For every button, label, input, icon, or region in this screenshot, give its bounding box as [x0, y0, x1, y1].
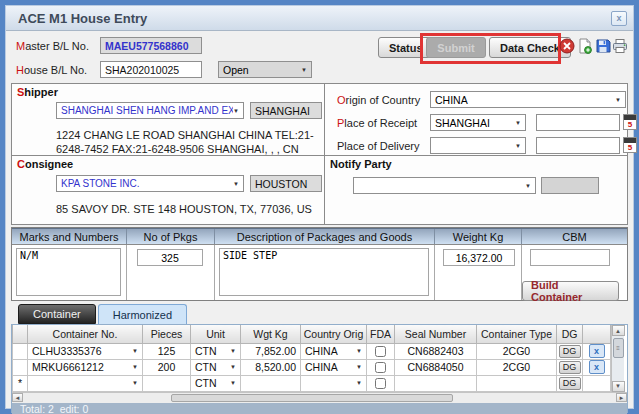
master-bl-input	[100, 37, 202, 54]
tab-harmonized[interactable]: Harmonized	[98, 304, 187, 324]
new-row-marker: *	[13, 375, 28, 391]
chevron-down-icon: ▼	[615, 97, 621, 103]
fda-checkbox[interactable]	[375, 378, 386, 389]
container-no-select[interactable]: ▼	[28, 376, 142, 391]
country-select[interactable]: ▼	[301, 376, 366, 391]
dg-button[interactable]: DG	[559, 377, 581, 390]
marks-textarea[interactable]: N/M	[16, 248, 121, 296]
shipper-label: Shipper	[17, 86, 58, 98]
col-seal-number: Seal Number	[395, 325, 477, 343]
delete-row-icon[interactable]: x	[589, 360, 605, 374]
unit-select[interactable]: CTN▼	[191, 376, 240, 391]
shipper-city-field	[250, 102, 322, 119]
save-icon[interactable]	[595, 38, 611, 54]
dg-button[interactable]: DG	[559, 361, 581, 374]
dg-button[interactable]: DG	[559, 345, 581, 358]
notify-party-section: Notify Party ▼	[325, 156, 627, 224]
unit-select[interactable]: CTN▼	[191, 344, 240, 359]
submit-button[interactable]: Submit	[426, 37, 486, 58]
pieces-cell[interactable]: 200	[143, 359, 191, 375]
notify-party-code-field	[541, 177, 599, 194]
place-of-delivery-select[interactable]: ▼	[430, 137, 526, 154]
container-no-select[interactable]: CLHU3335376▼	[28, 344, 142, 359]
chevron-down-icon: ▼	[515, 143, 521, 149]
table-row: CLHU3335376▼ 125 CTN▼ 7,852.00 CHINA▼ CN…	[13, 343, 611, 359]
weight-input[interactable]	[443, 249, 515, 266]
scroll-down-icon[interactable]: ▼	[612, 381, 625, 392]
scroll-up-icon[interactable]: ▲	[612, 325, 625, 336]
close-icon[interactable]: x	[611, 11, 627, 26]
vertical-scrollbar[interactable]: ▲ ≡ ▼	[611, 325, 624, 392]
horizontal-scrollbar[interactable]: ◄ ►	[12, 392, 627, 403]
chevron-down-icon: ▼	[515, 120, 521, 126]
chevron-down-icon: ▼	[233, 108, 239, 114]
chevron-down-icon: ▼	[356, 348, 362, 354]
dialog-content: Master B/L No. House B/L No. Open ▼ Stat…	[6, 31, 633, 413]
top-form: Master B/L No. House B/L No. Open ▼ Stat…	[6, 31, 633, 83]
ace-m1-house-entry-dialog: ACE M1 House Entry x Master B/L No. Hous…	[5, 5, 634, 409]
place-of-delivery-label: Place of Delivery	[337, 140, 420, 152]
chevron-down-icon: ▼	[132, 364, 138, 370]
wgt-cell[interactable]: 7,852.00	[241, 343, 301, 359]
fda-checkbox[interactable]	[375, 346, 386, 357]
vertical-scroll-thumb[interactable]: ≡	[613, 338, 624, 358]
table-new-row: * ▼ CTN▼ ▼ DG	[13, 375, 611, 391]
delivery-date-input[interactable]	[536, 137, 620, 154]
col-container-no: Container No.	[28, 325, 143, 343]
pkgs-input[interactable]	[137, 249, 203, 266]
shipper-section: Shipper SHANGHAI SHEN HANG IMP.AND EXP.C…	[12, 84, 325, 156]
table-header-row: Container No. Pieces Unit Wgt Kg Country…	[13, 325, 611, 343]
build-container-button[interactable]: Build Container	[522, 281, 619, 301]
place-of-receipt-select[interactable]: SHANGHAI ▼	[430, 114, 526, 131]
horizontal-scroll-thumb[interactable]	[171, 394, 454, 402]
delete-row-icon[interactable]: x	[589, 344, 605, 358]
container-no-select[interactable]: MRKU6661212▼	[28, 360, 142, 375]
origin-of-country-label: Origin of Country	[337, 94, 420, 106]
house-bl-label: House B/L No.	[16, 64, 87, 76]
chevron-down-icon: ▼	[230, 364, 236, 370]
wgt-cell[interactable]	[241, 375, 301, 391]
unit-select[interactable]: CTN▼	[191, 360, 240, 375]
title-bar: ACE M1 House Entry x	[6, 6, 633, 31]
tab-container[interactable]: Container	[18, 304, 96, 324]
place-of-receipt-value: SHANGHAI	[435, 117, 490, 129]
description-textarea[interactable]: SIDE STEP	[219, 248, 429, 296]
scroll-left-icon[interactable]: ◄	[12, 393, 23, 402]
shipper-select[interactable]: SHANGHAI SHEN HANG IMP.AND EXP.CO.,LTD ▼	[56, 102, 244, 119]
pieces-cell[interactable]	[143, 375, 191, 391]
chevron-down-icon: ▼	[356, 364, 362, 370]
cancel-icon[interactable]	[559, 38, 575, 54]
notify-party-select[interactable]: ▼	[353, 177, 536, 194]
print-icon[interactable]	[612, 38, 628, 54]
country-select[interactable]: CHINA▼	[301, 344, 366, 359]
row-selector[interactable]	[13, 359, 28, 375]
col-fda: FDA	[367, 325, 395, 343]
cbm-input[interactable]	[530, 249, 610, 266]
chevron-down-icon: ▼	[230, 348, 236, 354]
pieces-cell[interactable]: 125	[143, 343, 191, 359]
cargo-body-row: N/M SIDE STEP Build Container	[12, 245, 627, 300]
marks-header: Marks and Numbers	[12, 229, 127, 244]
consignee-select[interactable]: KPA STONE INC. ▼	[56, 175, 244, 192]
table-status-bar: Total: 2 edit: 0	[12, 403, 627, 414]
fda-checkbox[interactable]	[375, 362, 386, 373]
notify-party-label: Notify Party	[330, 158, 392, 170]
container-grid-box: Container No. Pieces Unit Wgt Kg Country…	[11, 324, 628, 413]
scroll-right-icon[interactable]: ►	[616, 393, 627, 402]
row-selector-header	[13, 325, 28, 343]
col-pieces: Pieces	[143, 325, 191, 343]
house-bl-input[interactable]	[100, 61, 202, 78]
country-select[interactable]: CHINA▼	[301, 360, 366, 375]
col-unit: Unit	[191, 325, 241, 343]
origin-of-country-select[interactable]: CHINA ▼	[430, 91, 626, 108]
wgt-cell[interactable]: 8,520.00	[241, 359, 301, 375]
cbm-header: CBM	[522, 229, 627, 244]
row-selector[interactable]	[13, 343, 28, 359]
seal-number-cell	[395, 375, 477, 391]
new-document-icon[interactable]	[577, 38, 593, 54]
calendar-icon[interactable]: 5	[623, 137, 637, 153]
cargo-section: Marks and Numbers No of Pkgs Description…	[11, 227, 628, 301]
receipt-date-input[interactable]	[536, 114, 620, 131]
house-status-select[interactable]: Open ▼	[218, 61, 312, 78]
calendar-icon[interactable]: 5	[623, 114, 637, 130]
